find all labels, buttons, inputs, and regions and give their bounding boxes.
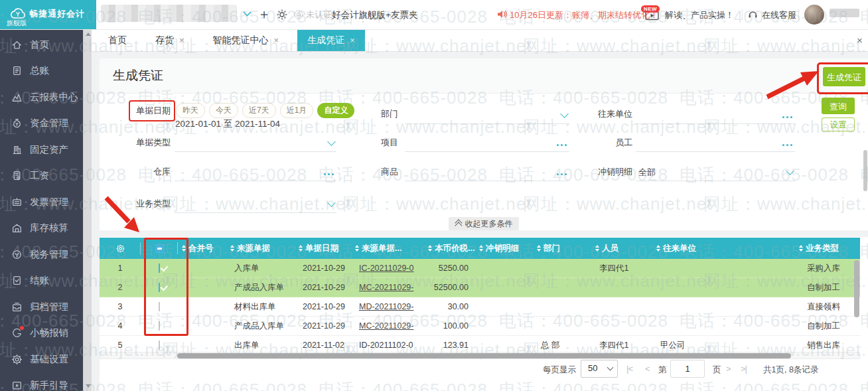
cell-doc-no-link[interactable]: MC-20211029- <box>351 321 424 331</box>
biz-type-field[interactable] <box>175 195 336 213</box>
sidebar-item-fixed-assets[interactable]: 固定资产 <box>0 138 83 161</box>
scroll-up-icon[interactable] <box>86 33 91 36</box>
counterparty-field[interactable] <box>636 106 795 124</box>
cell-doc-no-link[interactable]: MD-20211029- <box>351 302 424 311</box>
col-header-dept[interactable]: 部门 <box>533 238 591 259</box>
sort-icon[interactable] <box>299 245 303 252</box>
sidebar-item-salary[interactable]: 工资 <box>0 164 83 187</box>
sidebar-item-tax[interactable]: 税务管理 <box>0 243 83 266</box>
cell-doc-date: 2021-11-02 <box>295 341 351 350</box>
collapse-conditions-button[interactable]: 收起更多条件 <box>449 217 519 230</box>
cell-doc-no-link[interactable]: IC-20211029-0 <box>351 264 424 273</box>
col-header-doc-date[interactable]: 单据日期 <box>295 238 351 259</box>
sort-icon[interactable] <box>799 245 803 252</box>
sidebar-scrollbar[interactable] <box>83 29 92 391</box>
account-selector-blurred[interactable] <box>101 5 237 22</box>
project-field[interactable] <box>405 134 569 152</box>
col-header-person[interactable]: 人员 <box>591 238 652 259</box>
sidebar-item-home[interactable]: 首页 <box>0 33 83 56</box>
sort-icon[interactable] <box>479 245 483 252</box>
per-page-select[interactable]: 50 <box>581 360 618 378</box>
table-horizontal-scrollbar[interactable] <box>100 352 860 359</box>
sidebar-item-cloud-reports[interactable]: 云报表中心 <box>0 86 83 108</box>
col-header-merge-no[interactable]: 合并号 <box>178 238 226 259</box>
tab-home[interactable]: 首页 <box>98 29 137 51</box>
col-header-writeoff[interactable]: 冲销明细 <box>475 238 533 259</box>
sort-icon[interactable] <box>182 245 186 252</box>
user-avatar[interactable] <box>804 5 824 25</box>
prev-page-button[interactable]: < <box>645 364 650 374</box>
col-header-source-doc[interactable]: 来源单据 <box>226 238 295 259</box>
page-number-input[interactable]: 1 <box>670 360 705 378</box>
chip-custom[interactable]: 自定义 <box>317 103 354 118</box>
row-checkbox[interactable] <box>159 341 160 350</box>
online-service-link[interactable]: 在线客服 <box>762 9 796 21</box>
sort-icon[interactable] <box>428 245 432 252</box>
video-icon[interactable]: NEW <box>645 10 659 21</box>
scrollbar-thumb[interactable] <box>854 260 859 317</box>
first-page-button[interactable]: |< <box>626 364 632 374</box>
sidebar-item-guide[interactable]: 新手引导 <box>0 374 83 391</box>
close-all-tabs-icon[interactable]: × <box>857 35 863 46</box>
sort-icon[interactable] <box>230 245 234 252</box>
gear-icon[interactable] <box>276 9 288 21</box>
tab-inventory[interactable]: 存货 × <box>145 29 194 51</box>
doc-type-field[interactable] <box>175 134 336 152</box>
settings-button[interactable]: 设置 <box>822 117 855 131</box>
sidebar-item-funds[interactable]: 资金管理 <box>0 112 83 134</box>
tab-smart-voucher-center[interactable]: 智能凭证中心 × <box>203 29 289 51</box>
sort-icon[interactable] <box>656 245 660 252</box>
row-checkbox[interactable] <box>159 321 160 331</box>
scroll-down-icon[interactable] <box>86 384 91 388</box>
add-tab-icon[interactable]: ＋ <box>257 7 271 21</box>
scrollbar-thumb[interactable] <box>177 353 791 358</box>
promo-text[interactable]: 解读、产品实操！ <box>665 9 734 21</box>
tab-close-icon[interactable]: × <box>179 35 184 45</box>
sidebar-item-inventory[interactable]: 库存核算 <box>0 216 83 239</box>
tab-close-icon[interactable]: × <box>350 35 355 45</box>
department-field[interactable] <box>405 106 569 124</box>
next-page-button[interactable]: > <box>726 364 731 374</box>
sidebar-item-expense[interactable]: 小畅报销 <box>0 321 83 344</box>
col-header-amount[interactable]: 本币价税... <box>424 238 475 259</box>
employee-field[interactable] <box>636 134 795 152</box>
chip-yesterday[interactable]: 昨天 <box>176 103 205 118</box>
sidebar-item-closing[interactable]: 结账 <box>0 269 83 291</box>
sort-icon[interactable] <box>537 245 541 252</box>
query-button[interactable]: 查询 <box>822 98 855 114</box>
col-header-doc-no[interactable]: 来源单据... <box>351 238 424 259</box>
generate-voucher-button[interactable]: 生成凭证 <box>823 67 865 86</box>
chip-last-7-days[interactable]: 近7天 <box>242 103 276 118</box>
date-range-value[interactable]: 2021-01-01 至 2021-11-04 <box>175 118 280 130</box>
sidebar-item-general-ledger[interactable]: 总账 <box>0 59 83 82</box>
col-header-counterparty[interactable]: 往来单位 <box>652 238 795 259</box>
gear-icon <box>11 354 23 365</box>
sort-icon[interactable] <box>595 245 599 252</box>
auth-status-badge[interactable]: 未认证 <box>294 9 332 21</box>
warehouse-field[interactable] <box>175 163 336 181</box>
sidebar-item-archive[interactable]: 归档管理 <box>0 295 83 318</box>
writeoff-field[interactable]: 全部 <box>636 163 795 181</box>
column-settings-gear-icon[interactable] <box>100 238 141 259</box>
sidebar-item-settings[interactable]: 基础设置 <box>0 348 83 370</box>
row-checkbox[interactable] <box>159 264 160 273</box>
tab-generate-voucher[interactable]: 生成凭证 × <box>297 29 365 51</box>
tab-close-icon[interactable]: × <box>274 35 279 45</box>
last-page-button[interactable]: >| <box>741 364 747 374</box>
cell-doc-no-link[interactable]: ID-20211102-0 <box>351 341 424 350</box>
sort-icon[interactable] <box>355 245 359 252</box>
chip-last-month[interactable]: 近1月 <box>280 103 314 118</box>
header-select-all-checkbox[interactable] <box>141 238 178 259</box>
row-checkbox[interactable] <box>159 302 160 311</box>
chip-today[interactable]: 今天 <box>209 103 238 118</box>
goods-field[interactable] <box>405 163 569 181</box>
select-all-checkbox[interactable] <box>155 244 165 254</box>
table-vertical-scrollbar[interactable] <box>854 260 859 345</box>
col-header-biz-type[interactable]: 业务类型 <box>795 238 860 259</box>
sidebar-item-invoices[interactable]: 发票管理 <box>0 191 83 213</box>
row-checkbox[interactable] <box>159 283 160 292</box>
cell-doc-no-link[interactable]: MC-20211029- <box>351 283 424 292</box>
page-scrollbar-thumb[interactable] <box>863 150 867 191</box>
update-notice[interactable]: 10月26日更新：账簿、期末结转优化！ <box>510 9 658 21</box>
chevron-down-icon[interactable] <box>243 11 252 17</box>
